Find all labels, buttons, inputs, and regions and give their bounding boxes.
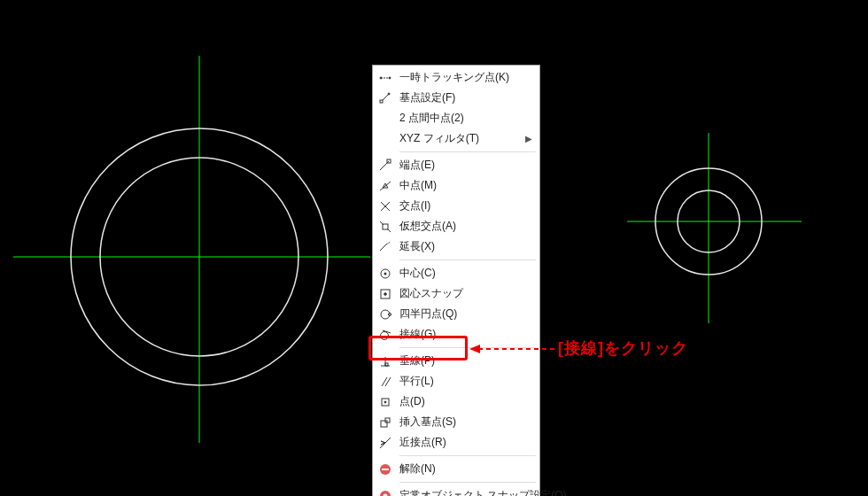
menu-label: 基点設定(F) — [399, 90, 534, 105]
nearest-icon — [376, 435, 394, 451]
svg-point-13 — [388, 93, 390, 95]
menu-item-extension[interactable]: 延長(X) — [373, 236, 539, 257]
osnap-settings-icon — [376, 488, 394, 497]
menu-label: 中点(M) — [399, 178, 534, 193]
svg-rect-37 — [385, 363, 388, 366]
menu-label: XYZ フィルタ(T) — [399, 131, 525, 146]
menu-label: 延長(X) — [399, 239, 534, 254]
node-icon — [376, 394, 394, 410]
menu-label: 垂線(P) — [399, 353, 534, 368]
svg-point-10 — [389, 77, 391, 79]
midpoint-icon — [376, 178, 394, 194]
menu-label: 近接点(R) — [399, 435, 534, 450]
menu-item-mid-2pt[interactable]: 2 点間中点(2) — [373, 108, 539, 128]
temp-track-icon — [376, 70, 394, 86]
svg-rect-42 — [381, 421, 387, 427]
menu-label: 接線(G) — [399, 327, 534, 342]
menu-label: 仮想交点(A) — [399, 219, 534, 234]
menu-label: 平行(L) — [399, 374, 534, 389]
svg-point-26 — [384, 272, 387, 275]
menu-item-tangent[interactable]: 接線(G) — [373, 324, 539, 345]
svg-line-24 — [386, 242, 391, 244]
menu-item-parallel[interactable]: 平行(L) — [373, 371, 539, 391]
svg-line-21 — [380, 221, 384, 225]
svg-rect-11 — [380, 100, 383, 103]
menu-label: 図心スナップ — [399, 286, 534, 301]
menu-item-intersection[interactable]: 交点(I) — [373, 196, 539, 216]
menu-item-nearest[interactable]: 近接点(R) — [373, 432, 539, 453]
menu-item-midpoint[interactable]: 中点(M) — [373, 175, 539, 196]
insert-icon — [376, 415, 394, 430]
menu-label: 一時トラッキング点(K) — [399, 70, 534, 85]
menu-separator — [399, 482, 536, 483]
quadrant-icon — [376, 306, 394, 322]
menu-item-xyz-filter[interactable]: XYZ フィルタ(T)▶ — [373, 128, 539, 149]
none-icon — [376, 461, 394, 477]
menu-label: 中心(C) — [399, 266, 534, 281]
menu-label: 交点(I) — [399, 198, 534, 213]
menu-item-insert[interactable]: 挿入基点(S) — [373, 412, 539, 432]
blank-icon — [376, 131, 394, 147]
osnap-context-menu: 一時トラッキング点(K)基点設定(F)2 点間中点(2)XYZ フィルタ(T)▶… — [372, 65, 540, 496]
menu-item-endpoint[interactable]: 端点(E) — [373, 155, 539, 175]
menu-item-osnap-settings[interactable]: 定常オブジェクト スナップ設定(O)... — [373, 485, 539, 496]
menu-item-perpendicular[interactable]: 垂線(P) — [373, 351, 539, 371]
apparent-int-icon — [376, 219, 394, 235]
from-icon — [376, 90, 394, 106]
menu-item-temp-track[interactable]: 一時トラッキング点(K) — [373, 67, 539, 88]
menu-separator — [399, 347, 536, 348]
blank-icon — [376, 111, 394, 127]
center-icon — [376, 266, 394, 282]
menu-label: 2 点間中点(2) — [399, 111, 534, 126]
svg-point-33 — [381, 331, 389, 339]
svg-line-23 — [380, 244, 386, 251]
endpoint-icon — [376, 158, 394, 174]
intersection-icon — [376, 198, 394, 214]
menu-item-node[interactable]: 点(D) — [373, 391, 539, 412]
menu-item-apparent-int[interactable]: 仮想交点(A) — [373, 216, 539, 236]
menu-label: 点(D) — [399, 394, 534, 409]
extension-icon — [376, 239, 394, 255]
menu-label: 解除(N) — [399, 461, 534, 477]
menu-item-center[interactable]: 中心(C) — [373, 263, 539, 283]
parallel-icon — [376, 374, 394, 390]
menu-item-none[interactable]: 解除(N) — [373, 459, 539, 479]
chevron-right-icon: ▶ — [525, 134, 534, 143]
menu-item-quadrant[interactable]: 四半円点(Q) — [373, 304, 539, 324]
menu-item-from[interactable]: 基点設定(F) — [373, 88, 539, 108]
menu-item-geo-center[interactable]: 図心スナップ — [373, 283, 539, 304]
menu-separator — [399, 260, 536, 260]
menu-label: 挿入基点(S) — [399, 415, 534, 430]
svg-point-41 — [384, 401, 386, 403]
perpendicular-icon — [376, 353, 394, 369]
geo-center-icon — [376, 286, 394, 302]
menu-label: 定常オブジェクト スナップ設定(O)... — [399, 488, 576, 496]
svg-line-22 — [387, 229, 391, 232]
menu-label: 四半円点(Q) — [399, 306, 534, 322]
menu-label: 端点(E) — [399, 158, 534, 173]
menu-separator — [399, 151, 536, 152]
menu-separator — [399, 455, 536, 456]
tangent-icon — [376, 327, 394, 343]
